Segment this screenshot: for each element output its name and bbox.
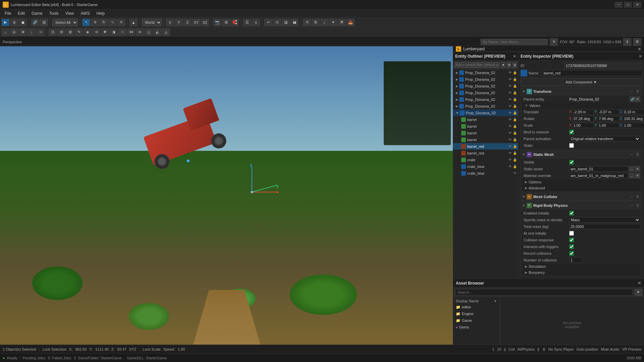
lock-btn[interactable]: 🔒 [513,158,517,162]
t2-btn1[interactable]: ⌂ [1,28,9,36]
lock-btn[interactable]: 🔒 [513,131,517,135]
extra1-btn[interactable]: ↩ [264,19,272,26]
menu-game[interactable]: Game [28,10,46,16]
outliner-filter-btn[interactable]: ▼ [501,62,505,68]
visibility-btn[interactable]: 👁 [508,91,512,95]
options-subheader[interactable]: ▶ Options [522,179,640,185]
collider-menu-btn[interactable]: ☰ [635,194,640,199]
select-all-dropdown[interactable]: Select All [52,19,78,26]
t2-btn17[interactable]: ⍓ [145,28,153,36]
material-clear-btn[interactable]: ✕ [635,173,640,178]
close-button[interactable]: ✕ [633,2,641,8]
build-btn[interactable]: ⚒ [338,19,346,26]
rotate-z-input[interactable] [623,116,644,121]
coil-btn[interactable]: Coil [508,347,515,351]
rotate-x-input[interactable] [572,116,594,121]
static-asset-clear-btn[interactable]: ✕ [635,166,640,172]
pause-button[interactable]: ⏸ [10,19,18,26]
simulation-subheader[interactable]: ▶ Simulation [522,263,640,269]
ab-folder-game[interactable]: 📁 Game [454,317,498,324]
snap-btn[interactable]: 🧲 [231,19,239,26]
visibility-btn[interactable]: 👁 [508,158,512,162]
filter-search-input[interactable] [481,39,548,45]
visibility-btn[interactable]: 👁 [508,77,512,81]
sort-btn[interactable]: ▼ [494,299,497,303]
lock-btn[interactable]: 🔒 [513,111,517,115]
static-asset-browse-btn[interactable]: … [629,166,634,172]
lock-btn[interactable]: 🔒 [513,138,517,142]
visibility-btn[interactable]: 👁 [508,124,512,128]
window-controls[interactable]: ─ □ ✕ [614,2,641,8]
mute-btn[interactable]: Mute Audio [601,347,619,351]
asset-browser-filter-btn[interactable]: ▼ [635,289,642,296]
t2-btn18[interactable]: ◭ [153,28,161,36]
mesh-collider-header[interactable]: ▼ C Mesh Collider ─ ☰ [521,193,642,200]
t2-btn11[interactable]: ⊲ [92,28,100,36]
asset-browser-search-input[interactable] [455,289,633,296]
ab-folder-gems[interactable]: ♦ Gems [454,324,498,330]
t2-btn10[interactable]: ◈ [84,28,92,36]
ai-btn[interactable]: ✦ [329,19,337,26]
visibility-btn[interactable]: 👁 [513,171,517,175]
t2-btn2[interactable]: ◎ [10,28,18,36]
t2-btn7[interactable]: ⊟ [57,28,65,36]
outliner-item-crate-blue1[interactable]: crate_blue 👁 🔒 [453,163,518,170]
collision-response-checkbox[interactable] [569,238,574,242]
scale-tool[interactable]: ⤡ [108,19,116,26]
no-sync-btn[interactable]: No Sync Player [548,347,574,351]
outliner-item-crate-blue2[interactable]: crate_blue 👁 [453,170,518,177]
extra2-btn[interactable]: ⊙ [273,19,281,26]
t2-btn8[interactable]: ⊞ [66,28,74,36]
num-collisions-input[interactable] [569,257,583,263]
total-mass-input[interactable] [569,224,640,229]
t2-btn16[interactable]: ⊳ [136,28,144,36]
outliner-item-prop5[interactable]: ▶ Prop_Diorama_02 👁 🔒 [453,96,518,103]
static-asset-input[interactable] [569,166,628,172]
at-rest-checkbox[interactable] [569,231,574,236]
delete-tool[interactable]: ✕ [117,19,125,26]
filter-close-btn[interactable]: ✕ [550,38,558,46]
move-tool[interactable]: ✛ [91,19,99,26]
transform-header[interactable]: ▼ T Transform ─ ☰ [521,88,642,95]
rigid-body-header[interactable]: ▼ P Rigid Body Physics ─ ☰ [521,202,642,209]
record-collisions-checkbox[interactable] [569,251,574,256]
interacts-triggers-checkbox[interactable] [569,244,574,249]
visibility-btn[interactable]: 👁 [508,165,512,169]
t2-btn4[interactable]: ↕ [28,28,36,36]
link-button[interactable]: 🔗 [31,19,39,26]
menu-view[interactable]: View [62,10,77,16]
outliner-search-input[interactable] [454,62,500,68]
outliner-item-crate[interactable]: crate 👁 🔒 [453,157,518,163]
asset-browser-close-btn[interactable]: ✕ [638,281,641,286]
lock-btn[interactable]: 🔒 [513,98,517,102]
list-btn[interactable]: ☰ [243,19,251,26]
goto-btn[interactable]: Goto position [577,347,598,351]
specify-mass-select[interactable]: Mass Density [569,217,640,223]
translate-y-input[interactable] [597,109,619,115]
audio-btn[interactable]: ♪ [320,19,328,26]
axis-y-btn[interactable]: Y [175,19,183,26]
minimize-button[interactable]: ─ [614,2,623,8]
material-browse-btn[interactable]: … [629,173,634,178]
translate-x-input[interactable] [572,109,594,115]
list2-btn[interactable]: ≡ [252,19,260,26]
lock-btn[interactable]: 🔒 [513,71,517,75]
visibility-btn[interactable]: 👁 [508,138,512,142]
rotate-y-input[interactable] [597,116,619,121]
t2-btn3[interactable]: ⊕ [19,28,27,36]
ab-folder-editor[interactable]: 📁 editor [454,304,498,310]
t2-btn13[interactable]: ◑ [110,28,118,36]
static-checkbox[interactable] [569,143,574,148]
visible-checkbox[interactable] [569,160,574,165]
outliner-close-btn[interactable]: ✕ [513,54,516,59]
parent-activation-select[interactable]: Original relative transform Identity tra… [569,136,640,141]
select-tool[interactable]: ↖ [82,19,90,26]
inspector-close-btn[interactable]: ✕ [639,54,642,59]
transform-menu-btn[interactable]: ☰ [635,89,640,94]
axis-z-btn[interactable]: Z [183,19,192,26]
t2-btn14[interactable]: ⊹ [118,28,126,36]
static-mesh-header[interactable]: ▼ M Static Mesh ─ ☰ [521,151,642,158]
outliner-item-prop7[interactable]: ▼ Prop_Diorama_02 👁 🔒 [453,110,518,116]
visibility-btn[interactable]: 👁 [508,131,512,135]
visibility-btn[interactable]: 👁 [508,104,512,108]
